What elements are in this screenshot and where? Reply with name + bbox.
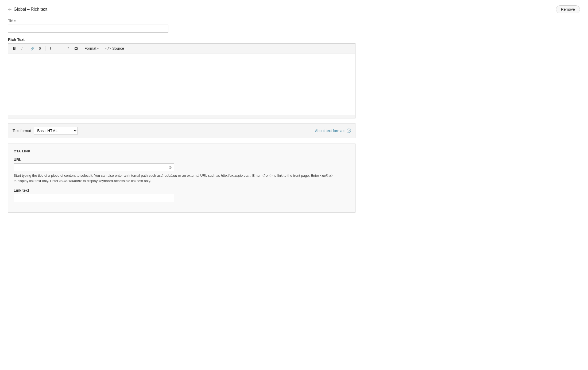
blockquote-button[interactable]: ❝ [65, 45, 72, 52]
toolbar-separator-3 [63, 46, 63, 51]
drag-handle-icon[interactable]: ✛ [8, 7, 11, 12]
link-button[interactable] [29, 45, 36, 52]
rich-text-label: Rich Text [8, 37, 580, 42]
italic-button[interactable]: I [18, 45, 25, 52]
title-input[interactable] [8, 25, 168, 33]
url-input[interactable] [14, 163, 174, 171]
rich-text-resize-bar[interactable] [8, 115, 355, 118]
cta-section-title: CTA LINK [14, 149, 350, 153]
link-icon [30, 46, 34, 51]
image-button[interactable]: 🖼 [72, 45, 79, 52]
about-text-formats-link[interactable]: About text formats ? [315, 129, 351, 133]
url-help-text: Start typing the title of a piece of con… [14, 173, 334, 183]
quote-icon: ❝ [67, 46, 69, 51]
source-icon: </> [105, 47, 111, 50]
text-format-bar: Text format Basic HTML Full HTML Restric… [8, 123, 355, 138]
toolbar-separator-5 [102, 46, 102, 51]
rich-text-toolbar: B I ⁝ ⁞ ❝ 🖼 [8, 44, 355, 53]
title-label: Title [8, 19, 580, 23]
link-text-field-group: Link text [14, 188, 350, 202]
block-title: Global – Rich text [14, 7, 47, 12]
unlink-button[interactable] [37, 45, 44, 52]
text-format-left: Text format Basic HTML Full HTML Restric… [13, 127, 78, 135]
link-text-label: Link text [14, 188, 350, 192]
toolbar-separator-1 [27, 46, 27, 51]
url-search-icon: ⊙ [169, 165, 172, 169]
cta-link-section: CTA LINK URL ⊙ Start typing the title of… [8, 144, 355, 213]
format-dropdown-arrow: ▾ [97, 47, 99, 50]
rich-text-field-group: Rich Text B I ⁝ ⁞ ❝ [8, 37, 580, 118]
unordered-list-button[interactable]: ⁝ [47, 45, 54, 52]
ul-icon: ⁝ [50, 46, 51, 51]
about-text-formats-label: About text formats [315, 129, 345, 133]
image-icon: 🖼 [74, 47, 78, 51]
help-icon: ? [347, 129, 351, 133]
text-format-label: Text format [13, 129, 31, 133]
url-label: URL [14, 157, 350, 162]
toolbar-separator-4 [81, 46, 81, 51]
url-input-wrapper: ⊙ [14, 163, 174, 171]
unlink-icon [38, 46, 42, 51]
page-header: ✛ Global – Rich text Remove [8, 5, 580, 13]
ordered-list-button[interactable]: ⁞ [55, 45, 61, 52]
format-dropdown[interactable]: Format ▾ [83, 45, 100, 52]
link-text-input[interactable] [14, 194, 174, 202]
url-field-group: URL ⊙ Start typing the title of a piece … [14, 157, 350, 183]
rich-text-editor: B I ⁝ ⁞ ❝ 🖼 [8, 43, 355, 118]
toolbar-separator-2 [45, 46, 45, 51]
ol-icon: ⁞ [57, 46, 59, 51]
remove-button[interactable]: Remove [556, 5, 580, 13]
block-header-left: ✛ Global – Rich text [8, 7, 47, 12]
title-field-group: Title [8, 19, 580, 33]
rich-text-content-area[interactable] [8, 53, 355, 115]
source-button[interactable]: </> Source [104, 45, 126, 52]
text-format-select[interactable]: Basic HTML Full HTML Restricted HTML Pla… [34, 127, 78, 135]
source-label: Source [112, 46, 124, 51]
format-label: Format [84, 46, 96, 51]
bold-button[interactable]: B [11, 45, 18, 52]
